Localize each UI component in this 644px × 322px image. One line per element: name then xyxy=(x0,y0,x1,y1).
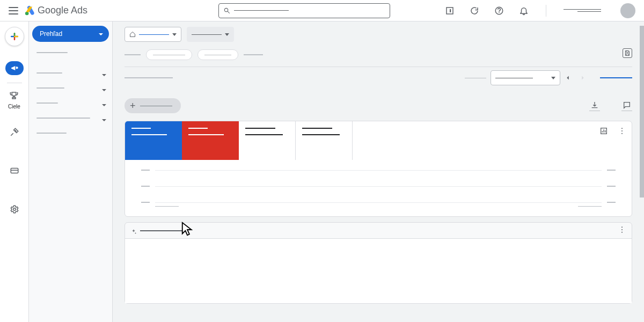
help-icon[interactable] xyxy=(494,6,504,16)
sidebar-overview[interactable]: Prehľad xyxy=(32,26,109,42)
rail-campaigns-icon[interactable] xyxy=(5,61,24,75)
avatar[interactable] xyxy=(620,3,635,18)
main: + xyxy=(113,21,644,322)
rail-goals-label: Ciele xyxy=(8,104,20,109)
create-button[interactable] xyxy=(5,27,24,46)
svg-rect-2 xyxy=(450,9,451,12)
left-rail: Ciele xyxy=(0,21,29,322)
insights-body xyxy=(125,239,632,303)
svg-point-0 xyxy=(25,11,29,15)
save-view-icon[interactable] xyxy=(623,48,632,58)
sidebar-item[interactable] xyxy=(29,111,112,126)
chip[interactable] xyxy=(146,49,192,60)
refresh-icon[interactable] xyxy=(470,6,479,16)
svg-point-13 xyxy=(621,231,623,232)
chevron-down-icon xyxy=(101,115,107,121)
secondary-filter[interactable] xyxy=(187,27,234,42)
chevron-down-icon xyxy=(98,31,104,36)
date-range-select[interactable] xyxy=(491,70,560,85)
add-card-button[interactable]: + xyxy=(125,98,181,113)
sidebar-item[interactable] xyxy=(29,96,112,111)
insights-title xyxy=(140,230,183,231)
rail-settings-icon[interactable] xyxy=(7,202,22,217)
sidebar-item[interactable] xyxy=(29,126,112,141)
more-icon[interactable] xyxy=(618,225,626,236)
metric-tabs xyxy=(125,121,632,160)
chip[interactable] xyxy=(197,49,238,60)
rail-goals[interactable]: Ciele xyxy=(8,91,20,109)
chip-label xyxy=(244,54,263,55)
trophy-icon xyxy=(9,91,19,103)
rail-tools-icon[interactable] xyxy=(7,125,22,140)
header-actions xyxy=(445,3,635,18)
sidebar-item[interactable] xyxy=(29,45,112,60)
chevron-down-icon xyxy=(101,85,107,91)
sidebar: Prehľad xyxy=(29,21,113,322)
sidebar-item[interactable] xyxy=(29,80,112,96)
svg-point-8 xyxy=(621,128,623,129)
sidebar-overview-label: Prehľad xyxy=(40,30,62,38)
scrollbar[interactable] xyxy=(640,21,644,322)
plus-icon: + xyxy=(130,101,136,111)
metric-tab[interactable] xyxy=(239,121,296,160)
svg-point-12 xyxy=(621,229,623,230)
reports-icon[interactable] xyxy=(445,6,455,16)
svg-point-10 xyxy=(621,133,623,134)
scope-filter[interactable] xyxy=(125,27,181,42)
sidebar-item[interactable] xyxy=(29,65,112,80)
header-divider xyxy=(546,5,546,17)
metric-tab[interactable] xyxy=(125,121,182,160)
search-placeholder xyxy=(234,10,289,11)
svg-rect-5 xyxy=(11,170,18,171)
date-prev-button[interactable] xyxy=(560,70,575,85)
home-icon xyxy=(129,31,136,38)
notifications-icon[interactable] xyxy=(519,6,529,16)
divider xyxy=(125,67,632,67)
chevron-down-icon xyxy=(172,33,177,36)
svg-point-9 xyxy=(621,130,623,131)
svg-point-6 xyxy=(13,208,16,211)
product-logo[interactable]: Google Ads xyxy=(25,5,87,16)
account-label[interactable] xyxy=(564,9,601,12)
insights-card xyxy=(125,222,632,304)
chip-label xyxy=(125,54,141,55)
download-button[interactable] xyxy=(589,101,600,111)
chevron-down-icon xyxy=(101,70,107,76)
search-icon xyxy=(223,7,231,14)
product-name: Google Ads xyxy=(38,5,87,16)
sparkle-icon xyxy=(130,228,137,234)
insights-header xyxy=(125,223,632,239)
rail-billing-icon[interactable] xyxy=(7,163,22,178)
filters-row xyxy=(125,27,632,42)
chevron-down-icon xyxy=(225,33,229,36)
app-header: Google Ads xyxy=(0,0,644,21)
metric-tab[interactable] xyxy=(182,121,239,160)
google-ads-logo-mark xyxy=(25,5,35,16)
expand-chart-icon[interactable] xyxy=(599,127,608,135)
chips-row xyxy=(125,49,632,60)
search-box[interactable] xyxy=(218,3,390,18)
card-toolbar: + xyxy=(125,98,632,113)
chevron-down-icon xyxy=(101,100,107,106)
view-tab-active[interactable] xyxy=(600,77,632,78)
chevron-down-icon xyxy=(551,77,555,79)
menu-icon[interactable] xyxy=(9,7,18,14)
metric-tab[interactable] xyxy=(296,121,353,160)
more-icon[interactable] xyxy=(618,127,626,135)
page-title xyxy=(125,77,173,78)
metrics-card xyxy=(125,121,632,217)
feedback-button[interactable] xyxy=(621,101,632,111)
compare-label xyxy=(465,78,486,78)
svg-point-11 xyxy=(621,226,623,228)
chart xyxy=(125,160,632,216)
date-next-button xyxy=(575,70,590,85)
date-row xyxy=(125,70,632,85)
